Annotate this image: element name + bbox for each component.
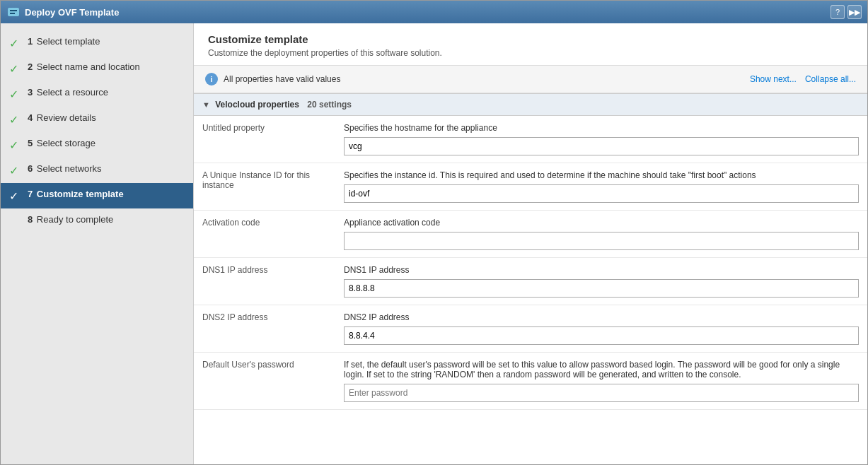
check-icon-step7: ✓ [9,189,22,203]
sidebar-item-step6[interactable]: ✓6 Select networks [1,158,193,183]
info-text: All properties have valid values [224,74,340,84]
main-content: ✓1 Select template✓2 Select name and loc… [1,23,867,464]
info-bar: i All properties have valid values Show … [194,66,867,93]
main-panel: Customize template Customize the deploym… [194,23,867,464]
step-label-step8: 8 Ready to complete [28,214,113,225]
prop-value-cell-1: Specifies the instance id. This is requi… [335,163,867,211]
sidebar-item-step7[interactable]: ✓7 Customize template [1,183,193,208]
prop-label-5: Default User's password [194,353,335,410]
window-title: Deploy OVF Template [25,7,119,18]
svg-rect-0 [8,8,19,16]
help-button[interactable]: ? [831,5,845,19]
step-label-step7: 7 Customize template [28,189,124,199]
section-header-cell: ▼ Velocloud properties 20 settings [194,94,867,116]
prop-row-3: DNS1 IP addressDNS1 IP address [194,258,867,305]
prop-value-cell-0: Specifies the hostname for the appliance [335,116,867,163]
check-icon-step4: ✓ [9,113,22,126]
prop-input-5[interactable] [344,384,859,402]
show-next-link[interactable]: Show next... [750,74,797,84]
panel-subtitle: Customize the deployment properties of t… [208,48,853,58]
prop-input-0[interactable] [344,137,859,155]
title-bar: Deploy OVF Template ? ▶▶ [1,1,867,23]
prop-value-cell-5: If set, the default user's password will… [335,353,867,410]
step-label-step3: 3 Select a resource [28,87,108,98]
sidebar-item-step2[interactable]: ✓2 Select name and location [1,56,193,81]
panel-body: i All properties have valid values Show … [194,66,867,464]
prop-row-2: Activation codeAppliance activation code [194,211,867,258]
collapse-arrow-icon[interactable]: ▼ [202,100,210,109]
check-icon-step3: ✓ [9,88,22,101]
prop-value-cell-3: DNS1 IP address [335,258,867,305]
collapse-all-link[interactable]: Collapse all... [805,74,856,84]
sidebar-item-step1[interactable]: ✓1 Select template [1,30,193,56]
ovf-icon [6,5,21,19]
step-label-step1: 1 Select template [28,36,100,47]
prop-row-1: A Unique Instance ID for this instanceSp… [194,163,867,211]
prop-desc-2: Appliance activation code [344,218,859,228]
title-bar-controls: ? ▶▶ [831,5,862,19]
step-label-step6: 6 Select networks [28,163,102,174]
check-icon-step2: ✓ [9,62,22,76]
deploy-ovf-dialog: Deploy OVF Template ? ▶▶ ✓1 Select templ… [0,0,868,465]
section-header-row: ▼ Velocloud properties 20 settings [194,94,867,116]
props-detail-table: Untitled propertySpecifies the hostname … [194,116,867,410]
sidebar: ✓1 Select template✓2 Select name and loc… [1,23,194,464]
prop-label-3: DNS1 IP address [194,258,335,305]
svg-rect-2 [10,13,15,14]
prop-desc-1: Specifies the instance id. This is requi… [344,170,859,180]
title-bar-left: Deploy OVF Template [6,5,119,19]
panel-header: Customize template Customize the deploym… [194,23,867,66]
sidebar-item-step3[interactable]: ✓3 Select a resource [1,81,193,107]
check-icon-step5: ✓ [9,139,22,152]
info-bar-right: Show next... Collapse all... [750,74,856,84]
check-icon-step6: ✓ [9,164,22,177]
svg-rect-1 [10,10,17,11]
step-label-step5: 5 Select storage [28,138,96,148]
properties-table: ▼ Velocloud properties 20 settings [194,93,867,116]
prop-label-4: DNS2 IP address [194,305,335,353]
prop-desc-0: Specifies the hostname for the appliance [344,123,859,133]
prop-input-4[interactable] [344,326,859,345]
step-label-step4: 4 Review details [28,112,96,123]
prop-value-cell-4: DNS2 IP address [335,305,867,353]
prop-desc-4: DNS2 IP address [344,312,859,322]
prop-input-1[interactable] [344,184,859,203]
prop-value-cell-2: Appliance activation code [335,211,867,258]
step-label-step2: 2 Select name and location [28,61,140,72]
prop-row-5: Default User's passwordIf set, the defau… [194,353,867,410]
prop-label-1: A Unique Instance ID for this instance [194,163,335,211]
section-name: Velocloud properties [215,100,299,110]
sidebar-item-step4[interactable]: ✓4 Review details [1,107,193,132]
prop-row-4: DNS2 IP addressDNS2 IP address [194,305,867,353]
info-bar-left: i All properties have valid values [205,73,340,86]
sidebar-item-step8[interactable]: 8 Ready to complete [1,208,193,230]
prop-input-3[interactable] [344,279,859,298]
prop-label-0: Untitled property [194,116,335,163]
sidebar-item-step5[interactable]: ✓5 Select storage [1,132,193,158]
panel-title: Customize template [208,33,853,45]
settings-count: 20 settings [307,100,352,110]
info-icon: i [205,73,218,86]
prop-label-2: Activation code [194,211,335,258]
prop-input-2[interactable] [344,232,859,250]
prop-row-0: Untitled propertySpecifies the hostname … [194,116,867,163]
check-icon-step1: ✓ [9,37,22,50]
forward-button[interactable]: ▶▶ [847,5,862,19]
prop-desc-3: DNS1 IP address [344,265,859,275]
prop-desc-5: If set, the default user's password will… [344,360,859,379]
